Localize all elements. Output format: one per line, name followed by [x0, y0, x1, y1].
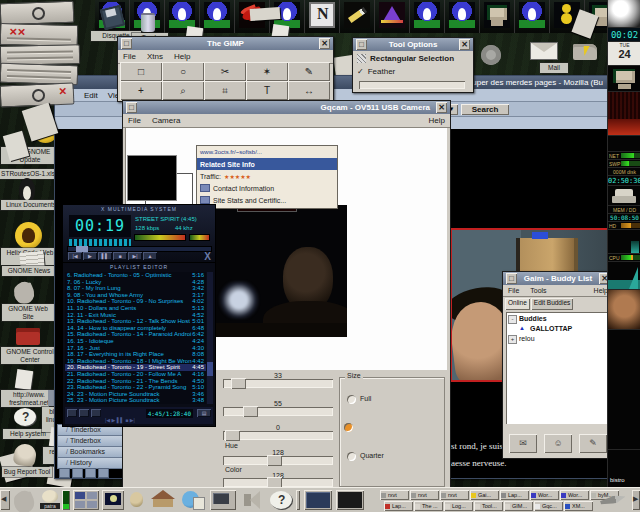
gimp-tool-magnify[interactable]: ⌕: [162, 81, 204, 100]
desktop-icon-gnome-web-site[interactable]: [12, 280, 36, 306]
gqcam-slider-3[interactable]: [223, 456, 333, 465]
task-button-lap[interactable]: Lap...: [500, 490, 529, 500]
playlist-row[interactable]: 8. 07 - My Iron Lung3:42: [65, 285, 206, 292]
related-url[interactable]: www.3octs.fr/~softsb/...: [197, 146, 337, 158]
size-half-radio[interactable]: [344, 423, 353, 432]
related-item[interactable]: Site Stats and Certific...: [197, 194, 337, 206]
playlist-row[interactable]: 20. Radiohead - Toronto - 19 - Street Sp…: [65, 364, 206, 371]
mini-transport[interactable]: |◀ ▶ ▌▌ ■ ▶|: [105, 417, 135, 423]
buddy-group[interactable]: +relou: [506, 335, 608, 342]
menu-camera[interactable]: Camera: [152, 116, 180, 125]
buddy-group[interactable]: -Buddies: [506, 315, 608, 322]
playlist-row[interactable]: 10. Radiohead - Toronto - 09 - No Surpri…: [65, 298, 206, 305]
close-icon[interactable]: ✕: [459, 39, 470, 50]
gqcam-slider-1[interactable]: [223, 407, 333, 416]
playlist-row[interactable]: 14. 14 - How to disappear completely6:48: [65, 325, 206, 332]
size-quarter-radio[interactable]: [347, 452, 356, 461]
feather-checkbox[interactable]: ✓: [357, 67, 364, 76]
playlist-list-button[interactable]: ▤: [197, 409, 211, 417]
task-button-rxvt[interactable]: rxvt: [380, 490, 409, 500]
im-button[interactable]: ✉: [509, 434, 537, 453]
task-button-wor[interactable]: Wor...: [530, 490, 559, 500]
panel-handle[interactable]: [296, 490, 300, 510]
playlist-row[interactable]: 19. Radiohead - Toronto - 18 - I Might B…: [65, 358, 206, 365]
playlist-row[interactable]: 23. Radiohead - Toronto - 22 - Pyramid S…: [65, 384, 206, 391]
desktop-icon-gear[interactable]: [481, 45, 501, 65]
menu-file[interactable]: File: [508, 287, 519, 294]
slider-handle[interactable]: [225, 430, 240, 441]
screensaver-icon[interactable]: [102, 490, 124, 510]
scroll-thumb[interactable]: [207, 362, 213, 376]
desktop-icon-help-system[interactable]: [14, 408, 36, 426]
playlist-row[interactable]: 12. 11 - Exit Music4:52: [65, 312, 206, 319]
menu-file[interactable]: File: [128, 116, 141, 125]
feather-slider[interactable]: [359, 81, 465, 89]
playlist-row[interactable]: 22. Radiohead - Toronto - 21 - The Bends…: [65, 378, 206, 385]
desktop-icon-mail[interactable]: [531, 43, 557, 59]
gimp-tool-flip[interactable]: ↔: [288, 81, 330, 100]
gqcam-slider-4[interactable]: [223, 478, 333, 487]
gqcam-titlebar[interactable]: □ Gqcam - OV511 USB Camera ✕: [123, 101, 450, 114]
menu-xtns[interactable]: Xtns: [147, 52, 163, 61]
xmms-position-slider[interactable]: [68, 247, 211, 251]
desktop-icon-gnome-control-center[interactable]: [16, 328, 40, 345]
playlist-titlebar[interactable]: PLAYLIST EDITOR: [63, 263, 215, 271]
patra-applet[interactable]: patra: [40, 490, 60, 510]
gnome-menu-button[interactable]: [12, 490, 36, 510]
slider-handle[interactable]: [231, 378, 246, 389]
iconify-button[interactable]: □: [356, 39, 367, 50]
size-full-radio[interactable]: [347, 395, 356, 404]
gimp-tool-lasso[interactable]: ✂: [204, 62, 246, 81]
task-button-gim[interactable]: GIM...: [504, 501, 533, 511]
gimp-titlebar[interactable]: □ The GIMP ✕: [118, 37, 333, 50]
desktop-icon-bug-report-tool[interactable]: [12, 442, 37, 467]
playlist-row[interactable]: 24. 23 - Motion Picture Soundtrack3:46: [65, 391, 206, 398]
playlist-row[interactable]: 11. 10 - Dollars and Cents5:13: [65, 305, 206, 312]
playlist-row[interactable]: 6. Radiohead - Toronto - 05 - Optimistic…: [65, 272, 206, 279]
sidebar-mini-icon[interactable]: [72, 468, 83, 478]
prev-button[interactable]: |◀: [68, 252, 82, 260]
playlist-row[interactable]: 15. Radiohead - Toronto - 14 - Paranoid …: [65, 331, 206, 338]
close-icon[interactable]: ✕: [319, 38, 330, 49]
playlist-rem-button[interactable]: [79, 409, 89, 417]
web-browser-icon[interactable]: [180, 490, 206, 510]
collapse-icon[interactable]: -: [508, 315, 517, 324]
menu-help[interactable]: Help: [429, 116, 445, 125]
gimp-tool-magic-wand[interactable]: ✶: [246, 62, 288, 81]
playlist-row[interactable]: 13. Radiohead - Toronto - 12 - Talk Show…: [65, 318, 206, 325]
related-item[interactable]: Contact Information: [197, 182, 337, 194]
task-button-xm[interactable]: XM...: [564, 501, 593, 511]
desktop-icon-disquette[interactable]: [100, 5, 125, 30]
desktop-pager[interactable]: [73, 490, 99, 510]
volume-meter[interactable]: [62, 490, 70, 510]
slider-handle[interactable]: [243, 406, 258, 417]
gimp-tool-transform[interactable]: T: [246, 81, 288, 100]
playlist-list[interactable]: 6. Radiohead - Toronto - 05 - Optimistic…: [65, 272, 206, 404]
gimp-tool-bezier[interactable]: ✎: [288, 62, 330, 81]
task-button-log[interactable]: Log...: [444, 501, 473, 511]
playlist-row[interactable]: 9. 08 - You and Whose Army3:17: [65, 292, 206, 299]
playlist-row[interactable]: 16. 15 - Idioteque4:24: [65, 338, 206, 345]
desktop-icon-folder[interactable]: [573, 44, 597, 60]
menu-edit[interactable]: Edit: [84, 91, 98, 100]
task-button-rxvt[interactable]: rxvt: [410, 490, 439, 500]
bell-icon[interactable]: [127, 490, 147, 510]
gimp-tool-rect-select[interactable]: □: [120, 62, 162, 81]
task-button-gqc[interactable]: Gqc...: [534, 501, 563, 511]
panel-show-arrow[interactable]: ▶: [632, 490, 640, 510]
panel-hide-arrow[interactable]: ◀: [0, 490, 10, 510]
playlist-row[interactable]: 17. 16 - Just4:30: [65, 345, 206, 352]
buddy-item[interactable]: ▲GALLOTTAP: [506, 325, 608, 332]
info-button[interactable]: ☺: [544, 434, 572, 453]
menu-help[interactable]: Help: [174, 52, 190, 61]
mini-window[interactable]: ✕: [0, 82, 74, 107]
related-site-info[interactable]: Related Site Info: [197, 158, 337, 170]
desktop-icon-helix-code-web-site[interactable]: [15, 222, 42, 249]
gaim-titlebar[interactable]: □ Gaim - Buddy List ✕: [503, 272, 613, 285]
xmms-balance-slider[interactable]: [190, 235, 209, 240]
sidebar-mini-icon[interactable]: [59, 468, 70, 478]
sidebar-mini-icon[interactable]: [98, 468, 109, 478]
xmms-volume-slider[interactable]: [135, 235, 185, 240]
playlist-add-button[interactable]: [67, 409, 77, 417]
iconify-button[interactable]: □: [506, 273, 517, 284]
